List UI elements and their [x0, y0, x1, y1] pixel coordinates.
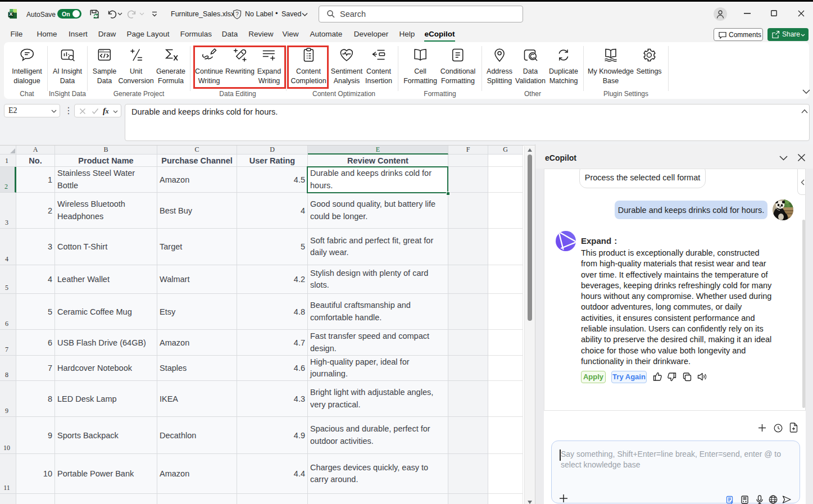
svg-text:?: ?: [235, 11, 239, 17]
svg-text:X: X: [9, 11, 13, 17]
